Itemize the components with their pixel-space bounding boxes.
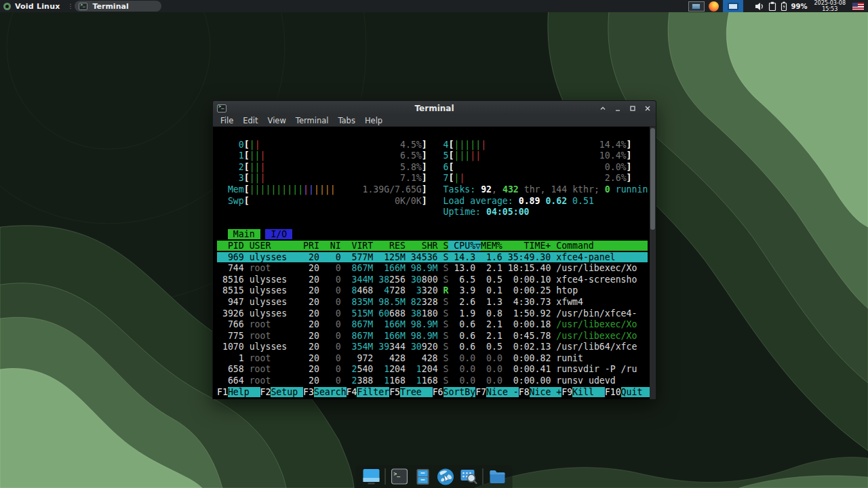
terminal-scrollbar[interactable] [650, 127, 656, 399]
menu-view[interactable]: View [263, 116, 291, 125]
window-title: Terminal [213, 104, 656, 113]
fkey-f2: F2 [260, 387, 271, 397]
fkey-action-nice-+[interactable]: Nice + [530, 387, 562, 397]
shade-button[interactable] [599, 104, 607, 113]
taskbar-button-terminal[interactable]: Terminal [75, 1, 161, 12]
htop-line[interactable] [217, 218, 656, 230]
fkey-action-filter[interactable]: Filter [357, 387, 389, 397]
dock-separator [483, 468, 484, 485]
terminal-icon [79, 3, 87, 10]
window-titlebar[interactable]: Terminal [213, 101, 656, 115]
fkey-f10: F10 [605, 387, 621, 397]
fkey-action-kill[interactable]: Kill [572, 387, 605, 397]
menu-help[interactable]: Help [360, 116, 387, 125]
dock-separator [385, 468, 386, 485]
dock: >_ [356, 465, 513, 488]
folder-icon [488, 469, 506, 484]
display-glyph-icon [728, 3, 738, 10]
firefox-tray-icon[interactable] [709, 1, 719, 12]
htop-lines: 0[|| 4.5%] 4[|||||| 14.4%] 1[||| 6.5%] 5… [217, 128, 656, 387]
app-finder-icon [460, 468, 477, 485]
applications-menu-label: Void Linux [15, 2, 60, 11]
htop-line[interactable]: Mem[|||||||||||||||| 1.39G/7.65G] Tasks:… [217, 184, 656, 196]
clock[interactable]: 2025-03-08 15:53 [812, 0, 849, 12]
taskbar-button-label: Terminal [92, 2, 128, 11]
htop-line[interactable]: 766 root 20 0 867M 166M 98.9M S 0.6 2.1 … [217, 319, 656, 331]
fkey-action-nice--[interactable]: Nice - [486, 387, 519, 397]
menu-edit[interactable]: Edit [238, 116, 262, 125]
battery-icon[interactable] [780, 1, 788, 12]
terminal-launcher[interactable]: >_ [391, 468, 409, 486]
web-browser-launcher[interactable] [437, 468, 455, 486]
menu-file[interactable]: File [216, 116, 238, 125]
keyboard-layout-us-flag-icon[interactable] [852, 3, 864, 10]
menu-terminal[interactable]: Terminal [291, 116, 334, 125]
fkey-f6: F6 [433, 387, 443, 397]
fkey-f4: F4 [347, 387, 357, 397]
fkey-action-sortby[interactable]: SortBy [443, 387, 476, 397]
fkey-f1: F1 [217, 387, 228, 397]
desktop: Void Linux ⋮ Terminal [0, 0, 868, 488]
fkey-action-setup[interactable]: Setup [271, 387, 303, 397]
htop-line[interactable]: 1[||| 6.5%] 5[||||| 10.4%] [217, 150, 656, 162]
terminal-launcher-icon: >_ [391, 468, 408, 485]
minimize-button[interactable] [614, 104, 622, 113]
htop-line[interactable]: 2[||| 5.8%] 6[ 0.0%] [217, 162, 656, 174]
menu-bar: FileEditViewTerminalTabsHelp [213, 115, 656, 127]
fkey-f3: F3 [303, 387, 314, 397]
battery-percent: 99% [791, 3, 808, 10]
web-browser-icon [437, 468, 455, 486]
maximize-button[interactable] [629, 104, 637, 113]
file-cabinet-launcher[interactable] [414, 468, 432, 486]
show-desktop-button[interactable] [362, 468, 380, 486]
htop-line[interactable]: Swp[ 0K/0K] Load average: 0.89 0.62 0.51 [217, 196, 656, 207]
menu-tabs[interactable]: Tabs [333, 116, 359, 125]
app-finder-launcher[interactable] [460, 468, 478, 486]
htop-line[interactable]: 8515 ulysses 20 0 8468 4728 3320 R 3.9 0… [217, 285, 656, 297]
window-terminal-icon [217, 104, 226, 113]
top-panel: Void Linux ⋮ Terminal [0, 0, 868, 12]
fkey-f8: F8 [519, 387, 530, 397]
htop-line[interactable]: 0[|| 4.5%] 4[|||||| 14.4%] [217, 140, 656, 151]
htop-line[interactable]: 3[||| 7.1%] 7[|| 2.6%] [217, 173, 656, 184]
void-linux-logo-icon [3, 3, 11, 10]
volume-icon[interactable] [754, 1, 765, 12]
terminal-window: Terminal FileEditViewTerminalTabsHelp 0[… [212, 100, 656, 399]
scrollbar-thumb[interactable] [650, 128, 655, 230]
close-button[interactable] [644, 104, 652, 113]
htop-line[interactable]: 744 root 20 0 867M 166M 98.9M S 13.0 2.1… [217, 263, 656, 274]
applications-menu-button[interactable]: Void Linux [0, 0, 65, 12]
fkey-action-quit[interactable]: Quit [621, 387, 654, 397]
fkey-f9: F9 [561, 387, 572, 397]
show-desktop-icon [362, 468, 380, 485]
htop-line[interactable]: Main I/O [217, 229, 656, 241]
window-glyph-icon [692, 3, 701, 9]
htop-line[interactable]: 658 root 20 0 2540 1204 1204 S 0.0 0.0 0… [217, 364, 656, 375]
htop-line[interactable]: 1070 ulysses 20 0 354M 39344 30920 S 0.6… [217, 342, 656, 353]
htop-line[interactable]: 947 ulysses 20 0 835M 98.5M 82328 S 2.6 … [217, 297, 656, 308]
htop-output[interactable]: 0[|| 4.5%] 4[|||||| 14.4%] 1[||| 6.5%] 5… [213, 127, 656, 399]
htop-function-bar: F1Help F2Setup F3SearchF4FilterF5Tree F6… [217, 387, 656, 399]
fkey-f7: F7 [475, 387, 486, 397]
htop-line[interactable]: 775 root 20 0 867M 166M 98.9M S 0.6 2.1 … [217, 331, 656, 342]
tasklist-grip: ⋮ [65, 3, 75, 9]
file-cabinet-icon [415, 468, 430, 485]
clock-date: 2025-03-08 [814, 0, 846, 6]
window-tray-icon[interactable] [688, 1, 705, 12]
fkey-action-search[interactable]: Search [314, 387, 347, 397]
fkey-action-tree[interactable]: Tree [400, 387, 433, 397]
clock-time: 15:53 [814, 6, 846, 12]
htop-line[interactable]: 8516 ulysses 20 0 344M 38256 30800 S 6.5… [217, 274, 656, 286]
display-tray-icon[interactable] [723, 0, 743, 12]
file-manager-launcher[interactable] [488, 468, 507, 486]
htop-line[interactable]: 664 root 20 0 2388 1168 1168 S 0.0 0.0 0… [217, 375, 656, 387]
fkey-f5: F5 [389, 387, 400, 397]
htop-line[interactable]: 969 ulysses 20 0 577M 125M 34536 S 14.3 … [217, 252, 656, 264]
htop-line[interactable]: PID USER PRI NI VIRT RES SHR S CPU%▽MEM%… [217, 241, 656, 252]
htop-line[interactable]: 1 root 20 0 972 428 428 S 0.0 0.0 0:00.8… [217, 353, 656, 365]
htop-line[interactable]: 3926 ulysses 20 0 515M 60688 38180 S 1.9… [217, 308, 656, 320]
clipboard-icon[interactable] [768, 1, 776, 12]
htop-line[interactable]: Uptime: 04:05:00 [217, 207, 656, 218]
fkey-action-help[interactable]: Help [228, 387, 260, 397]
htop-line[interactable] [217, 128, 656, 140]
